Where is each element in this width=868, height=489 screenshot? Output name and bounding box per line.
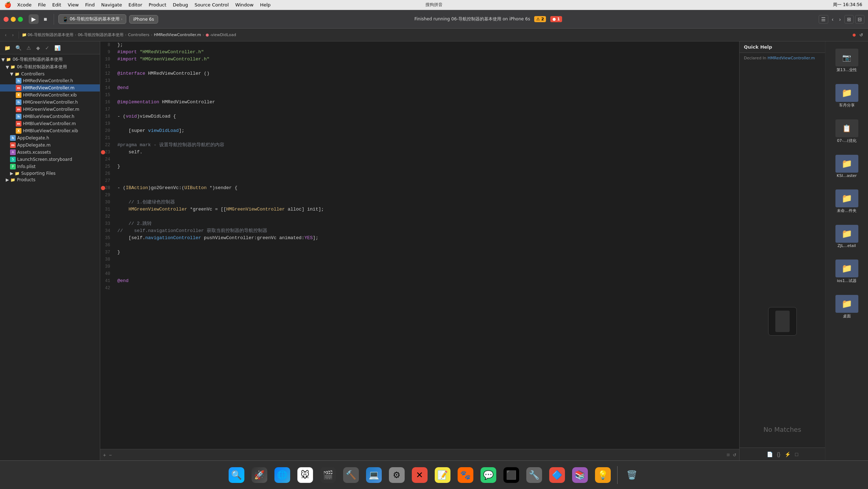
- sidebar-item-appdelegate-m[interactable]: m AppDelegate.m: [0, 142, 100, 149]
- apple-menu[interactable]: 🍎: [4, 1, 11, 8]
- menu-debug[interactable]: Debug: [173, 2, 188, 8]
- device-selector[interactable]: iPhone 6s: [129, 15, 158, 24]
- sidebar-item-hmgreen-m[interactable]: m HMGreenViewController.m: [0, 106, 100, 113]
- dock-wrench[interactable]: 🔧: [524, 465, 544, 485]
- code-editor[interactable]: 8 }; 9 #import "HMRedViewController.h" 1…: [100, 41, 739, 460]
- assistant-toggle[interactable]: ⊞: [844, 15, 854, 24]
- error-indicator[interactable]: ●: [852, 33, 856, 37]
- declared-file-link[interactable]: HMRedViewController.m: [767, 56, 815, 60]
- nav-project[interactable]: 📁: [22, 33, 27, 37]
- code-content[interactable]: 8 }; 9 #import "HMRedViewController.h" 1…: [100, 41, 739, 449]
- sidebar-item-appdelegate-h[interactable]: h AppDelegate.h: [0, 134, 100, 142]
- nav-root[interactable]: 06-导航控制器的基本使用: [28, 32, 73, 38]
- dock-steermouse[interactable]: 🐭: [295, 465, 315, 485]
- sidebar-item-supporting[interactable]: ▶ 📁 Supporting Files: [0, 170, 100, 177]
- stop-button[interactable]: ■: [42, 15, 49, 24]
- inspector-identity-btn[interactable]: □: [795, 451, 798, 457]
- desktop-folder-snip2[interactable]: 📋 07-...(优化: [833, 117, 861, 146]
- dock-prefs[interactable]: ⚙️: [387, 465, 407, 485]
- dock-xmind[interactable]: ✕: [410, 465, 430, 485]
- nav-forward[interactable]: ›: [10, 31, 16, 39]
- menu-help[interactable]: Help: [260, 2, 271, 8]
- menu-find[interactable]: Find: [85, 2, 95, 8]
- desktop-folder-ksi[interactable]: 📁 KSI...aster: [833, 152, 861, 181]
- desktop-folder-unnamed[interactable]: 📁 未命...件夹: [833, 187, 861, 216]
- menu-product[interactable]: Product: [149, 2, 166, 8]
- sidebar-item-hmred-xib[interactable]: X HMRedViewController.xib: [0, 92, 100, 99]
- dock-dash[interactable]: 📚: [570, 465, 590, 485]
- zoom-button[interactable]: [18, 17, 23, 22]
- sidebar-item-infoplist[interactable]: P Info.plist: [0, 163, 100, 170]
- inspector-history-btn[interactable]: {}: [777, 451, 780, 457]
- dock-xcode[interactable]: 💻: [364, 465, 384, 485]
- nav-method[interactable]: ●: [205, 33, 209, 37]
- remove-file-btn[interactable]: −: [109, 452, 112, 458]
- sidebar-item-project-root[interactable]: ▼ 📁 06-导航控制器的基本使用: [0, 56, 100, 63]
- editor-settings-btn[interactable]: ↺: [733, 453, 736, 458]
- nav-group[interactable]: 06-导航控制器的基本使用: [78, 32, 123, 38]
- dock-safari[interactable]: 🌐: [272, 465, 292, 485]
- dock-filezilla[interactable]: 🔷: [547, 465, 567, 485]
- add-file-btn[interactable]: +: [103, 452, 106, 458]
- menu-window[interactable]: Window: [235, 2, 253, 8]
- desktop-folder-desktop[interactable]: 📁 桌面: [833, 292, 861, 322]
- warning-badge[interactable]: ⚠ 2: [534, 16, 546, 22]
- sidebar-item-assets[interactable]: A Assets.xcassets: [0, 149, 100, 156]
- desktop-folder-zjl[interactable]: 📁 ZJL...etail: [833, 222, 861, 251]
- menu-navigate[interactable]: Navigate: [101, 2, 122, 8]
- inspector-file-btn[interactable]: 📄: [767, 451, 773, 457]
- dock-paw[interactable]: 🐾: [455, 465, 476, 485]
- breakpoint-28[interactable]: [101, 186, 105, 190]
- sidebar-item-hmblue-m[interactable]: m HMBlueViewController.m: [0, 120, 100, 127]
- dock-tools[interactable]: 🔨: [341, 465, 361, 485]
- folder-icon-btn[interactable]: 📁: [3, 44, 12, 51]
- nav-controllers[interactable]: Controllers: [128, 33, 150, 37]
- warning-icon-btn[interactable]: ⚠: [25, 44, 33, 51]
- dock-finder[interactable]: 🔍: [226, 465, 247, 485]
- sidebar-item-hmred-h[interactable]: h HMRedViewController.h: [0, 77, 100, 84]
- nav-method-name[interactable]: -viewDidLoad: [210, 33, 236, 37]
- breakpoint-icon-btn[interactable]: ◆: [35, 44, 42, 51]
- test-icon-btn[interactable]: ✓: [44, 44, 51, 51]
- sidebar-item-project-subroot[interactable]: ▼ 📁 06-导航控制器的基本使用: [0, 63, 100, 71]
- menu-edit[interactable]: Edit: [52, 2, 61, 8]
- inspector-quick-help-btn[interactable]: ⚡: [785, 451, 791, 457]
- menu-file[interactable]: File: [38, 2, 46, 8]
- sidebar-item-hmred-m[interactable]: m HMRedViewController.m: [0, 84, 100, 92]
- run-button[interactable]: ▶: [29, 14, 39, 24]
- menu-editor[interactable]: Editor: [128, 2, 142, 8]
- desktop-folder-snip1[interactable]: 📷 第13...业性: [833, 46, 861, 75]
- desktop-folder-ios1[interactable]: 📁 ios1...试器: [833, 257, 861, 286]
- back-button[interactable]: ‹: [830, 15, 836, 24]
- report-icon-btn[interactable]: 📊: [53, 44, 62, 51]
- dock-launchpad[interactable]: 🚀: [249, 465, 269, 485]
- dock-notes[interactable]: 📝: [433, 465, 453, 485]
- dock-terminal[interactable]: ⬛: [501, 465, 521, 485]
- dock-reveal[interactable]: 💡: [593, 465, 613, 485]
- navigator-toggle[interactable]: ☰: [819, 15, 828, 24]
- search-icon-btn[interactable]: 🔍: [14, 44, 23, 51]
- menu-view[interactable]: View: [68, 2, 79, 8]
- close-button[interactable]: [4, 17, 9, 22]
- dock-wechat[interactable]: 💬: [478, 465, 498, 485]
- nav-back[interactable]: ‹: [3, 31, 9, 39]
- dock-video[interactable]: 🎬: [318, 465, 338, 485]
- menu-source-control[interactable]: Source Control: [195, 2, 229, 8]
- desktop-folder-car[interactable]: 📁 车丹分享: [833, 81, 861, 111]
- error-badge[interactable]: ● 1: [550, 16, 562, 22]
- sidebar-item-launchscreen[interactable]: S LaunchScreen.storyboard: [0, 156, 100, 163]
- forward-button[interactable]: ›: [837, 15, 843, 24]
- nav-file[interactable]: HMRedViewController.m: [154, 33, 201, 37]
- sidebar-item-controllers[interactable]: ▼ 📁 Controllers: [0, 71, 100, 77]
- nav-refresh[interactable]: ↺: [857, 31, 865, 39]
- dock-trash[interactable]: 🗑️: [622, 465, 642, 485]
- sidebar-item-products[interactable]: ▶ 📁 Products: [0, 177, 100, 183]
- menu-xcode[interactable]: Xcode: [17, 2, 31, 8]
- minimize-button[interactable]: [11, 17, 16, 22]
- scheme-selector[interactable]: 📱 06-导航控制器的基本使用 ›: [58, 14, 127, 24]
- inspector-toggle[interactable]: ⊟: [855, 15, 864, 24]
- breakpoint-23[interactable]: [101, 150, 105, 154]
- sidebar-item-hmblue-xib[interactable]: X HMBlueViewController.xib: [0, 127, 100, 134]
- sidebar-item-hmgreen-h[interactable]: h HMGreenViewController.h: [0, 99, 100, 106]
- sidebar-item-hmblue-h[interactable]: h HMBlueViewController.h: [0, 113, 100, 120]
